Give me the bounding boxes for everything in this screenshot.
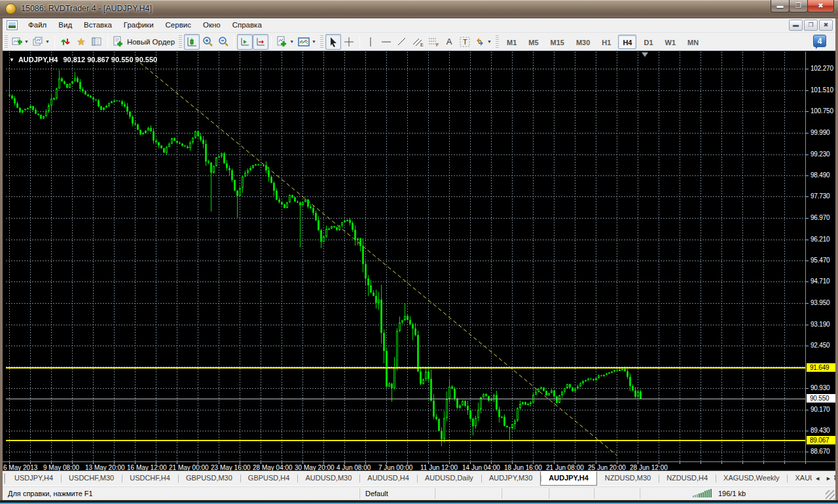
timeframe-d1-button[interactable]: D1 [639,35,657,49]
title-bar[interactable]: 15086: RVDTrader 4 - [AUDJPY,H4] ▬ ❐ ✖ [0,0,838,18]
equidistant-channel-icon: E [412,37,424,47]
minimize-button[interactable]: ▬ [771,0,790,12]
menu-6[interactable]: Справка [227,19,268,31]
terminal-button[interactable] [89,34,105,50]
text-label-icon: T [460,37,470,47]
timeframe-m5-button[interactable]: M5 [524,35,543,49]
price-tick-label: 93.950 [811,299,829,307]
timeframe-m1-button[interactable]: M1 [502,35,521,49]
menu-5[interactable]: Окно [197,19,227,31]
text-label-button[interactable]: T [457,34,473,50]
profiles-button[interactable]: ▼ [31,34,52,50]
price-tick [806,133,809,134]
fibonacci-button[interactable]: F [426,34,441,50]
chart-tab[interactable]: NZDUSD,H4 [659,471,716,486]
price-tick [806,154,809,155]
auto-scroll-button[interactable] [237,34,253,50]
timeframe-mn-button[interactable]: MN [683,35,703,49]
navigator-button[interactable]: ★ [73,34,89,50]
chart-tab-bar: USDJPY,H4USDCHF,M30USDCHF,H4GBPUSD,M30GB… [3,471,835,486]
indicators-icon [276,36,287,47]
zoom-out-icon [218,36,229,47]
trendline-button[interactable] [394,34,410,50]
chart-system-icon[interactable] [7,20,18,30]
price-tick-label: 101.510 [811,86,833,94]
ohlc-values: 90.812 90.867 90.550 90.550 [63,56,157,63]
indicators-button[interactable]: ▼ [274,34,296,50]
text-button[interactable]: A [441,34,457,50]
cursor-button[interactable] [325,34,341,50]
chart-tab[interactable]: NZDUSD,M30 [597,471,659,486]
toolbar-grip[interactable] [496,35,499,48]
status-help-text: Для справки, нажмите F1 [3,488,359,499]
mdi-minimize-button[interactable]: ▬ [789,20,803,31]
mdi-restore-button[interactable]: ❐ [804,20,818,31]
level-price-badge: 89.067 [807,436,835,444]
arrows-button[interactable]: ▼ [473,34,494,50]
new-order-icon [113,36,124,47]
chart-tab[interactable]: AUDUSD,Daily [417,471,481,486]
crosshair-button[interactable] [341,34,357,50]
price-tick-label: 99.230 [811,151,829,158]
mdi-close-button[interactable]: ✖ [819,20,833,31]
templates-button[interactable]: ▼ [296,34,318,50]
chart-tab[interactable]: AUDUSD,M30 [297,471,359,486]
time-axis[interactable]: 6 May 20139 May 08:0013 May 20:0016 May … [3,461,835,471]
tab-scroll-left-icon[interactable]: ◄ [814,475,820,482]
new-order-button[interactable]: Новый Ордер [111,34,177,50]
community-notification-badge[interactable]: 4 [813,35,826,47]
timeframe-m30-button[interactable]: M30 [572,35,594,49]
chart-symbol-label[interactable]: ▼AUDJPY,H490.812 90.867 90.550 90.550 [9,56,157,63]
time-tick [784,462,785,464]
new-chart-button[interactable]: ▼ [10,34,31,50]
market-watch-button[interactable] [58,34,73,50]
candlestick-mode-button[interactable] [184,34,200,50]
menu-4[interactable]: Сервис [160,19,197,31]
close-button[interactable]: ✖ [807,0,834,12]
price-axis[interactable]: 102.270101.510100.75099.99099.23098.4909… [805,52,835,461]
chart-window: ▼AUDJPY,H490.812 90.867 90.550 90.550 10… [3,50,835,471]
resize-grip[interactable] [826,490,835,499]
toolbar-grip[interactable] [320,35,323,48]
toolbar-grip[interactable] [5,35,8,48]
menu-3[interactable]: Графики [118,19,160,31]
profile-selector[interactable]: Default [359,488,435,499]
timeframe-w1-button[interactable]: W1 [661,35,681,49]
chart-tab[interactable]: USDCHF,M30 [61,471,122,486]
timeframe-h4-button[interactable]: H4 [618,35,636,49]
menu-1[interactable]: Вид [52,19,78,31]
toolbar-grip[interactable] [179,35,182,48]
price-tick [806,303,809,304]
price-tick-label: 96.970 [811,214,829,222]
chart-tab[interactable]: USDCHF,H4 [122,471,178,486]
chart-tab[interactable]: GBPUSD,M30 [178,471,240,486]
chart-tab[interactable]: XAGUSD,Weekly [716,471,787,486]
zoom-out-button[interactable] [215,34,231,50]
channel-button[interactable]: E [410,34,426,50]
chart-tab[interactable]: AUDJPY,H4 [540,471,597,486]
timeframe-m15-button[interactable]: M15 [546,35,569,49]
auto-scroll-icon [240,37,250,47]
price-tick-label: 95.470 [811,257,829,264]
chart-tab[interactable]: AUDJPY,M30 [481,471,540,486]
fibonacci-icon: F [428,37,439,47]
tab-scroll-right-icon[interactable]: ► [826,475,831,482]
candlestick-icon [187,37,197,47]
zoom-in-button[interactable] [200,34,215,50]
traffic-counter: 196/1 kb [718,488,746,499]
chart-shift-button[interactable] [253,34,268,50]
window-title: 15086: RVDTrader 4 - [AUDJPY,H4] [21,4,152,13]
vertical-line-button[interactable] [363,34,378,50]
chart-tab[interactable]: USDJPY,H4 [7,471,61,486]
restore-button[interactable]: ❐ [789,0,808,12]
horizontal-line-button[interactable] [378,34,394,50]
timeframe-h1-button[interactable]: H1 [597,35,615,49]
menu-bar: ФайлВидВставкаГрафикиСервисОкноСправка ▬… [3,18,835,33]
chart-canvas[interactable] [6,52,805,461]
toolbar: ▼ ▼ ★ Новый Ордер [3,33,835,51]
menu-0[interactable]: Файл [22,19,52,31]
chart-tab[interactable]: GBPUSD,H4 [240,471,298,486]
status-cell [549,488,594,499]
menu-2[interactable]: Вставка [78,19,118,31]
chart-tab[interactable]: AUDUSD,H4 [359,471,417,486]
